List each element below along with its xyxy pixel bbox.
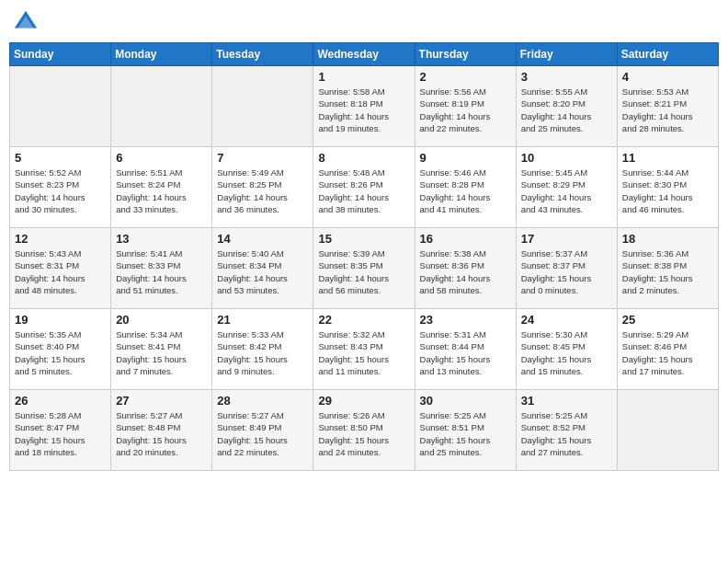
col-header-tuesday: Tuesday — [212, 43, 313, 66]
calendar-week-row: 19Sunrise: 5:35 AM Sunset: 8:40 PM Dayli… — [10, 309, 719, 390]
calendar-cell: 25Sunrise: 5:29 AM Sunset: 8:46 PM Dayli… — [617, 309, 718, 390]
calendar-week-row: 5Sunrise: 5:52 AM Sunset: 8:23 PM Daylig… — [10, 147, 719, 228]
col-header-friday: Friday — [516, 43, 617, 66]
calendar-cell: 1Sunrise: 5:58 AM Sunset: 8:18 PM Daylig… — [313, 66, 415, 147]
calendar-cell: 7Sunrise: 5:49 AM Sunset: 8:25 PM Daylig… — [212, 147, 313, 228]
calendar-cell — [111, 66, 212, 147]
calendar-cell: 6Sunrise: 5:51 AM Sunset: 8:24 PM Daylig… — [111, 147, 212, 228]
day-number: 17 — [521, 232, 612, 246]
day-info: Sunrise: 5:34 AM Sunset: 8:41 PM Dayligh… — [116, 328, 207, 377]
day-info: Sunrise: 5:25 AM Sunset: 8:51 PM Dayligh… — [420, 409, 511, 458]
calendar-cell — [10, 66, 111, 147]
day-number: 18 — [622, 232, 713, 246]
day-number: 11 — [622, 151, 713, 165]
col-header-wednesday: Wednesday — [313, 43, 415, 66]
col-header-monday: Monday — [111, 43, 212, 66]
day-number: 12 — [15, 232, 106, 246]
day-info: Sunrise: 5:37 AM Sunset: 8:37 PM Dayligh… — [521, 247, 612, 296]
calendar-cell: 18Sunrise: 5:36 AM Sunset: 8:38 PM Dayli… — [617, 228, 718, 309]
calendar-cell: 20Sunrise: 5:34 AM Sunset: 8:41 PM Dayli… — [111, 309, 212, 390]
day-number: 16 — [420, 232, 511, 246]
day-info: Sunrise: 5:41 AM Sunset: 8:33 PM Dayligh… — [116, 247, 207, 296]
col-header-thursday: Thursday — [415, 43, 516, 66]
day-number: 27 — [116, 394, 207, 408]
day-info: Sunrise: 5:52 AM Sunset: 8:23 PM Dayligh… — [15, 167, 106, 215]
calendar-cell: 10Sunrise: 5:45 AM Sunset: 8:29 PM Dayli… — [516, 147, 617, 228]
calendar-cell: 15Sunrise: 5:39 AM Sunset: 8:35 PM Dayli… — [313, 228, 415, 309]
calendar-week-row: 12Sunrise: 5:43 AM Sunset: 8:31 PM Dayli… — [10, 228, 719, 309]
day-number: 8 — [318, 151, 409, 165]
day-number: 28 — [217, 394, 308, 408]
day-number: 23 — [420, 313, 511, 327]
day-info: Sunrise: 5:38 AM Sunset: 8:36 PM Dayligh… — [420, 247, 511, 296]
day-number: 1 — [318, 70, 409, 84]
calendar-cell: 31Sunrise: 5:25 AM Sunset: 8:52 PM Dayli… — [516, 390, 617, 471]
calendar-cell: 29Sunrise: 5:26 AM Sunset: 8:50 PM Dayli… — [313, 390, 415, 471]
col-header-saturday: Saturday — [617, 43, 718, 66]
day-info: Sunrise: 5:30 AM Sunset: 8:45 PM Dayligh… — [521, 328, 612, 377]
day-number: 19 — [15, 313, 106, 327]
day-info: Sunrise: 5:28 AM Sunset: 8:47 PM Dayligh… — [15, 409, 106, 458]
day-info: Sunrise: 5:39 AM Sunset: 8:35 PM Dayligh… — [318, 247, 409, 296]
day-number: 20 — [116, 313, 207, 327]
page-header — [9, 9, 719, 35]
day-info: Sunrise: 5:58 AM Sunset: 8:18 PM Dayligh… — [318, 86, 409, 134]
day-number: 31 — [521, 394, 612, 408]
col-header-sunday: Sunday — [10, 43, 111, 66]
calendar-cell: 12Sunrise: 5:43 AM Sunset: 8:31 PM Dayli… — [10, 228, 111, 309]
day-info: Sunrise: 5:27 AM Sunset: 8:49 PM Dayligh… — [217, 409, 308, 458]
day-info: Sunrise: 5:46 AM Sunset: 8:28 PM Dayligh… — [420, 167, 511, 215]
calendar-cell: 21Sunrise: 5:33 AM Sunset: 8:42 PM Dayli… — [212, 309, 313, 390]
day-info: Sunrise: 5:35 AM Sunset: 8:40 PM Dayligh… — [15, 328, 106, 377]
logo — [13, 9, 42, 35]
day-number: 5 — [15, 151, 106, 165]
calendar-cell: 9Sunrise: 5:46 AM Sunset: 8:28 PM Daylig… — [415, 147, 516, 228]
calendar-cell: 14Sunrise: 5:40 AM Sunset: 8:34 PM Dayli… — [212, 228, 313, 309]
calendar-cell: 26Sunrise: 5:28 AM Sunset: 8:47 PM Dayli… — [10, 390, 111, 471]
day-number: 2 — [420, 70, 511, 84]
calendar-table: SundayMondayTuesdayWednesdayThursdayFrid… — [9, 42, 719, 471]
logo-icon — [13, 9, 39, 35]
day-number: 3 — [521, 70, 612, 84]
calendar-cell: 13Sunrise: 5:41 AM Sunset: 8:33 PM Dayli… — [111, 228, 212, 309]
day-number: 7 — [217, 151, 308, 165]
calendar-cell: 22Sunrise: 5:32 AM Sunset: 8:43 PM Dayli… — [313, 309, 415, 390]
day-number: 10 — [521, 151, 612, 165]
calendar-cell: 5Sunrise: 5:52 AM Sunset: 8:23 PM Daylig… — [10, 147, 111, 228]
calendar-cell: 30Sunrise: 5:25 AM Sunset: 8:51 PM Dayli… — [415, 390, 516, 471]
day-number: 25 — [622, 313, 713, 327]
calendar-cell — [212, 66, 313, 147]
day-info: Sunrise: 5:53 AM Sunset: 8:21 PM Dayligh… — [622, 86, 713, 134]
calendar-cell: 27Sunrise: 5:27 AM Sunset: 8:48 PM Dayli… — [111, 390, 212, 471]
day-info: Sunrise: 5:32 AM Sunset: 8:43 PM Dayligh… — [318, 328, 409, 377]
day-info: Sunrise: 5:43 AM Sunset: 8:31 PM Dayligh… — [15, 247, 106, 296]
day-number: 15 — [318, 232, 409, 246]
day-info: Sunrise: 5:51 AM Sunset: 8:24 PM Dayligh… — [116, 167, 207, 215]
day-number: 29 — [318, 394, 409, 408]
day-number: 13 — [116, 232, 207, 246]
calendar-week-row: 26Sunrise: 5:28 AM Sunset: 8:47 PM Dayli… — [10, 390, 719, 471]
day-info: Sunrise: 5:45 AM Sunset: 8:29 PM Dayligh… — [521, 167, 612, 215]
day-info: Sunrise: 5:26 AM Sunset: 8:50 PM Dayligh… — [318, 409, 409, 458]
day-number: 9 — [420, 151, 511, 165]
day-info: Sunrise: 5:40 AM Sunset: 8:34 PM Dayligh… — [217, 247, 308, 296]
day-number: 6 — [116, 151, 207, 165]
calendar-cell: 4Sunrise: 5:53 AM Sunset: 8:21 PM Daylig… — [617, 66, 718, 147]
day-number: 4 — [622, 70, 713, 84]
day-info: Sunrise: 5:48 AM Sunset: 8:26 PM Dayligh… — [318, 167, 409, 215]
day-info: Sunrise: 5:27 AM Sunset: 8:48 PM Dayligh… — [116, 409, 207, 458]
calendar-cell: 11Sunrise: 5:44 AM Sunset: 8:30 PM Dayli… — [617, 147, 718, 228]
day-number: 30 — [420, 394, 511, 408]
calendar-cell — [617, 390, 718, 471]
day-number: 14 — [217, 232, 308, 246]
calendar-cell: 2Sunrise: 5:56 AM Sunset: 8:19 PM Daylig… — [415, 66, 516, 147]
calendar-cell: 19Sunrise: 5:35 AM Sunset: 8:40 PM Dayli… — [10, 309, 111, 390]
day-info: Sunrise: 5:31 AM Sunset: 8:44 PM Dayligh… — [420, 328, 511, 377]
day-number: 22 — [318, 313, 409, 327]
calendar-cell: 28Sunrise: 5:27 AM Sunset: 8:49 PM Dayli… — [212, 390, 313, 471]
calendar-header-row: SundayMondayTuesdayWednesdayThursdayFrid… — [10, 43, 719, 66]
calendar-week-row: 1Sunrise: 5:58 AM Sunset: 8:18 PM Daylig… — [10, 66, 719, 147]
day-info: Sunrise: 5:25 AM Sunset: 8:52 PM Dayligh… — [521, 409, 612, 458]
day-number: 26 — [15, 394, 106, 408]
day-info: Sunrise: 5:56 AM Sunset: 8:19 PM Dayligh… — [420, 86, 511, 134]
